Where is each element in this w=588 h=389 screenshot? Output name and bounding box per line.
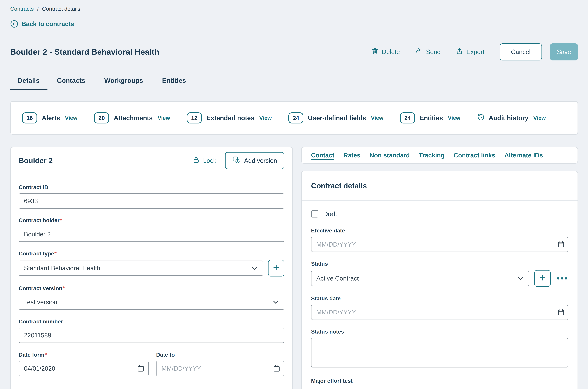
attachments-count-badge: 20 <box>94 112 109 123</box>
calendar-icon[interactable] <box>273 365 280 372</box>
date-to-label: Date to <box>156 352 284 358</box>
summary-bar: 16 Alerts View 20 Attachments View 12 Ex… <box>10 101 578 135</box>
add-version-clock-icon <box>232 156 240 165</box>
tab-contract-links[interactable]: Contract links <box>454 152 495 159</box>
tab-contact[interactable]: Contact <box>311 152 334 159</box>
export-icon <box>456 47 463 56</box>
main-tabs: Details Contacts Workgroups Entities <box>10 72 578 90</box>
contract-details-body: Draft Efective date <box>302 201 578 389</box>
effective-date-label: Efective date <box>311 227 568 234</box>
contract-number-field: Contract number <box>19 319 284 343</box>
add-contract-type-button[interactable] <box>268 260 284 276</box>
user-defined-fields-label: User-defined fields <box>308 114 366 122</box>
cancel-button[interactable]: Cancel <box>500 43 542 61</box>
attachments-view-link[interactable]: View <box>158 115 170 121</box>
tab-contacts[interactable]: Contacts <box>47 72 95 90</box>
status-label: Status <box>311 261 568 267</box>
add-version-button-label: Add version <box>244 157 277 164</box>
summary-user-defined-fields: 24 User-defined fields View <box>288 112 383 123</box>
tab-details[interactable]: Details <box>10 72 47 90</box>
send-icon <box>415 48 423 56</box>
effective-date-input[interactable] <box>311 237 554 252</box>
status-date-field: Status date <box>311 295 568 320</box>
date-to-field: Date to <box>156 352 284 376</box>
save-button[interactable]: Save <box>550 43 578 61</box>
contract-details-title: Contract details <box>311 182 367 190</box>
status-notes-label: Status notes <box>311 328 568 335</box>
tab-workgroups[interactable]: Workgroups <box>95 72 153 90</box>
tab-tracking[interactable]: Tracking <box>419 152 445 159</box>
calendar-icon[interactable] <box>137 365 144 372</box>
date-range-row: Date form* Date to <box>19 352 284 376</box>
contract-version-value: Test version <box>24 298 57 306</box>
delete-button[interactable]: Delete <box>371 47 400 56</box>
calendar-icon[interactable] <box>554 237 568 252</box>
user-defined-fields-view-link[interactable]: View <box>371 115 383 121</box>
header-actions: Delete Send Export Cancel Save <box>371 43 578 61</box>
date-from-field: Date form* <box>19 352 148 376</box>
tab-entities[interactable]: Entities <box>153 72 196 90</box>
chevron-down-icon <box>273 299 279 305</box>
summary-extended-notes: 12 Extended notes View <box>187 112 272 123</box>
contract-holder-field: Contract holder* <box>19 217 284 242</box>
add-version-button[interactable]: Add version <box>225 152 284 169</box>
contract-number-label: Contract number <box>19 319 284 325</box>
date-to-input[interactable] <box>156 361 284 376</box>
lock-button[interactable]: Lock <box>193 156 216 165</box>
extended-notes-label: Extended notes <box>207 114 254 122</box>
detail-section-tabs: Contact Rates Non standard Tracking Cont… <box>301 147 578 163</box>
more-options-icon[interactable] <box>556 276 568 281</box>
date-from-label: Date form* <box>19 352 148 358</box>
entities-label: Entities <box>420 114 443 122</box>
required-asterisk: * <box>54 251 57 257</box>
tab-alternate-ids[interactable]: Alternate IDs <box>504 152 543 159</box>
extended-notes-count-badge: 12 <box>187 112 202 123</box>
export-button[interactable]: Export <box>456 47 484 56</box>
tab-rates[interactable]: Rates <box>344 152 360 159</box>
audit-history-view-link[interactable]: View <box>533 115 546 121</box>
entities-view-link[interactable]: View <box>448 115 460 121</box>
date-from-input[interactable] <box>19 361 148 376</box>
back-to-contracts-link[interactable]: Back to contracts <box>10 20 74 28</box>
send-button-label: Send <box>426 48 441 56</box>
contract-number-input[interactable] <box>19 328 284 343</box>
alerts-view-link[interactable]: View <box>65 115 77 121</box>
lock-button-label: Lock <box>203 157 216 164</box>
audit-history-icon <box>477 113 485 123</box>
contract-id-field: Contract ID <box>19 184 284 209</box>
add-status-button[interactable] <box>534 270 551 287</box>
contract-type-select[interactable]: Standard Behavioral Health <box>19 260 263 276</box>
status-value: Active Contract <box>316 275 359 282</box>
contract-form-body: Contract ID Contract holder* Contract ty… <box>11 174 292 389</box>
alerts-count-badge: 16 <box>22 112 37 123</box>
breadcrumb-link-contracts[interactable]: Contracts <box>10 6 34 12</box>
contract-type-label: Contract type* <box>19 251 284 257</box>
lock-icon <box>193 156 200 165</box>
status-date-input[interactable] <box>311 305 554 320</box>
contract-id-input[interactable] <box>19 194 284 208</box>
status-row: Active Contract <box>311 270 568 287</box>
contract-version-select[interactable]: Test version <box>19 295 284 310</box>
chevron-down-icon <box>517 275 524 282</box>
send-button[interactable]: Send <box>415 48 441 56</box>
effective-date-input-group <box>311 237 568 252</box>
status-field: Status Active Contract <box>311 261 568 287</box>
effective-date-field: Efective date <box>311 227 568 252</box>
major-effort-test-label: Major effort test <box>311 378 568 384</box>
required-asterisk: * <box>60 217 62 224</box>
contract-type-row: Standard Behavioral Health <box>19 260 284 276</box>
draft-checkbox[interactable] <box>311 210 318 218</box>
extended-notes-view-link[interactable]: View <box>259 115 272 121</box>
draft-label: Draft <box>323 210 337 218</box>
summary-alerts: 16 Alerts View <box>22 112 77 123</box>
contract-type-value: Standard Behavioral Health <box>24 264 101 272</box>
breadcrumb: Contracts / Contract details <box>10 6 578 12</box>
alerts-label: Alerts <box>42 114 60 122</box>
status-notes-textarea[interactable] <box>311 338 568 367</box>
draft-checkbox-row[interactable]: Draft <box>311 210 568 218</box>
status-select[interactable]: Active Contract <box>311 271 529 286</box>
contract-holder-input[interactable] <box>19 227 284 242</box>
tab-non-standard[interactable]: Non standard <box>370 152 410 159</box>
contract-details-header: Contract details <box>302 171 578 201</box>
calendar-icon[interactable] <box>554 305 568 320</box>
